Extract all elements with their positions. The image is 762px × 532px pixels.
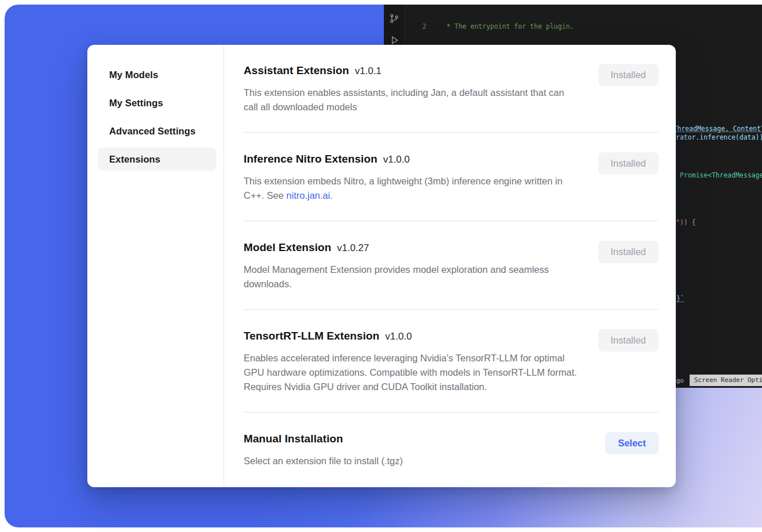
installed-button[interactable]: Installed — [598, 152, 659, 175]
installed-button[interactable]: Installed — [598, 64, 659, 86]
nitro-jan-ai-link[interactable]: nitro.jan.ai — [286, 190, 330, 201]
extension-info: Manual Installation Select an extension … — [244, 432, 403, 468]
code-fragment: ")) { — [676, 218, 696, 227]
extension-description: Enables accelerated inference leveraging… — [244, 351, 580, 394]
code-text: * The entrypoint for the plugin. — [442, 22, 574, 32]
source-control-icon[interactable] — [388, 13, 400, 24]
sidebar-item-my-settings[interactable]: My Settings — [98, 91, 216, 114]
settings-modal: My Models My Settings Advanced Settings … — [87, 45, 676, 487]
extension-item-model: Model Extensionv1.0.27 Model Management … — [244, 221, 659, 309]
extension-description: This extension embeds Nitro, a lightweig… — [244, 174, 580, 203]
extension-title-row: Model Extensionv1.0.27 — [244, 241, 580, 255]
extension-version: v1.0.27 — [337, 242, 369, 253]
extensions-panel: Assistant Extensionv1.0.1 This extension… — [224, 45, 676, 487]
installed-button[interactable]: Installed — [598, 241, 659, 263]
screen-reader-status-chip[interactable]: Screen Reader Optimized — [690, 375, 762, 386]
description-text: . — [330, 190, 333, 201]
sidebar-item-advanced-settings[interactable]: Advanced Settings — [98, 119, 216, 142]
extension-title: Inference Nitro Extension — [244, 153, 378, 165]
extension-info: TensortRT-LLM Extensionv1.0.0 Enables ac… — [244, 329, 580, 394]
manual-installation-title: Manual Installation — [244, 433, 343, 445]
extension-title-row: Assistant Extensionv1.0.1 — [244, 64, 580, 78]
extension-item-assistant: Assistant Extensionv1.0.1 This extension… — [244, 64, 659, 132]
line-number: 2 — [405, 22, 426, 32]
status-text: go — [676, 377, 684, 384]
extension-info: Model Extensionv1.0.27 Model Management … — [244, 241, 580, 291]
extension-title: Assistant Extension — [244, 64, 349, 76]
code-fragment: Promise<ThreadMessage> — [680, 171, 762, 180]
extension-title: TensortRT-LLM Extension — [244, 330, 379, 342]
editor-status-bar: go Screen Reader Optimized — [676, 375, 762, 386]
extension-version: v1.0.0 — [383, 154, 410, 165]
extension-item-tensorrt-llm: TensortRT-LLM Extensionv1.0.0 Enables ac… — [244, 309, 659, 412]
extension-title: Model Extension — [244, 241, 331, 253]
select-file-button[interactable]: Select — [605, 432, 659, 454]
manual-installation-title-row: Manual Installation — [244, 432, 403, 446]
extension-info: Inference Nitro Extensionv1.0.0 This ext… — [244, 152, 580, 203]
sidebar-item-my-models[interactable]: My Models — [98, 63, 216, 86]
sidebar-item-extensions[interactable]: Extensions — [98, 148, 216, 171]
extension-item-inference-nitro: Inference Nitro Extensionv1.0.0 This ext… — [244, 132, 659, 221]
extension-title-row: Inference Nitro Extensionv1.0.0 — [244, 152, 580, 167]
extension-description: This extension enables assistants, inclu… — [244, 86, 580, 114]
extension-title-row: TensortRT-LLM Extensionv1.0.0 — [244, 329, 580, 344]
code-line: 2 * The entrypoint for the plugin. — [405, 22, 762, 32]
installed-button[interactable]: Installed — [598, 329, 659, 352]
extension-version: v1.0.0 — [385, 331, 411, 342]
extension-info: Assistant Extensionv1.0.1 This extension… — [244, 64, 580, 114]
manual-installation-description: Select an extension file to install (.tg… — [244, 454, 403, 468]
code-fragment: rator.inference(data)); — [676, 133, 762, 142]
extension-version: v1.0.1 — [355, 65, 382, 76]
extension-description: Model Management Extension provides mode… — [244, 263, 580, 291]
run-debug-icon[interactable] — [388, 34, 400, 46]
settings-sidebar: My Models My Settings Advanced Settings … — [87, 45, 224, 487]
manual-installation-section: Manual Installation Select an extension … — [244, 412, 659, 486]
screenshot-canvas: 2 * The entrypoint for the plugin. 3 */ … — [0, 0, 762, 532]
